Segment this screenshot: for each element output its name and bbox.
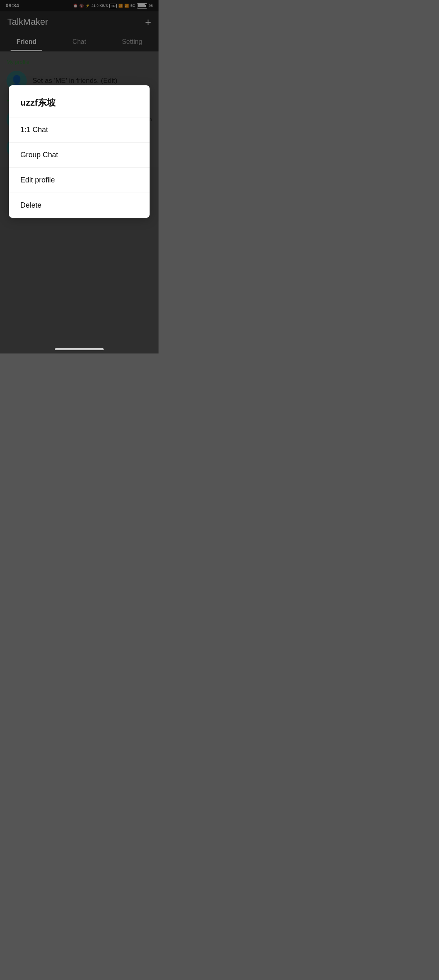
menu-item-1-1-chat[interactable]: 1:1 Chat	[9, 117, 150, 143]
menu-item-group-chat[interactable]: Group Chat	[9, 143, 150, 168]
context-menu-title: uzzf东坡	[9, 85, 150, 117]
menu-item-delete[interactable]: Delete	[9, 193, 150, 218]
home-indicator	[55, 348, 104, 350]
menu-item-edit-profile[interactable]: Edit profile	[9, 168, 150, 193]
context-menu: uzzf东坡 1:1 Chat Group Chat Edit profile …	[9, 85, 150, 218]
